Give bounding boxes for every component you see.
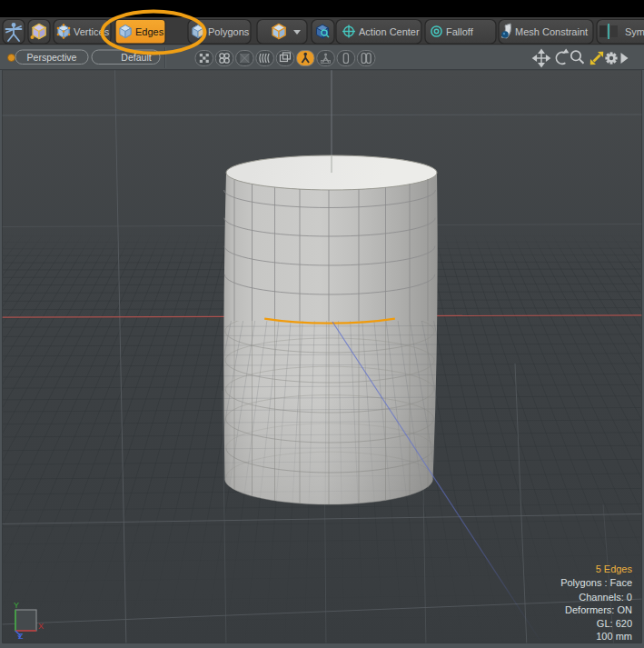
svg-text:GL: 620: GL: 620 <box>597 618 632 629</box>
svg-text:Deformers: ON: Deformers: ON <box>565 604 632 615</box>
svg-text:100 mm: 100 mm <box>596 631 632 642</box>
svg-text:Action Center: Action Center <box>359 26 420 37</box>
svg-text:Sym: Sym <box>625 26 644 37</box>
svg-text:Channels: 0: Channels: 0 <box>579 592 632 603</box>
svg-text:Falloff: Falloff <box>446 26 474 37</box>
svg-text:Polygons : Face: Polygons : Face <box>560 577 632 588</box>
svg-text:Perspective: Perspective <box>27 52 77 63</box>
svg-text:Edges: Edges <box>135 26 164 37</box>
svg-text:Mesh Constraint: Mesh Constraint <box>515 26 588 37</box>
svg-text:Polygons: Polygons <box>208 26 250 37</box>
svg-text:X: X <box>38 622 44 631</box>
svg-text:Y: Y <box>14 601 19 610</box>
svg-text:Z: Z <box>18 632 24 641</box>
svg-text:5 Edges: 5 Edges <box>596 563 633 574</box>
